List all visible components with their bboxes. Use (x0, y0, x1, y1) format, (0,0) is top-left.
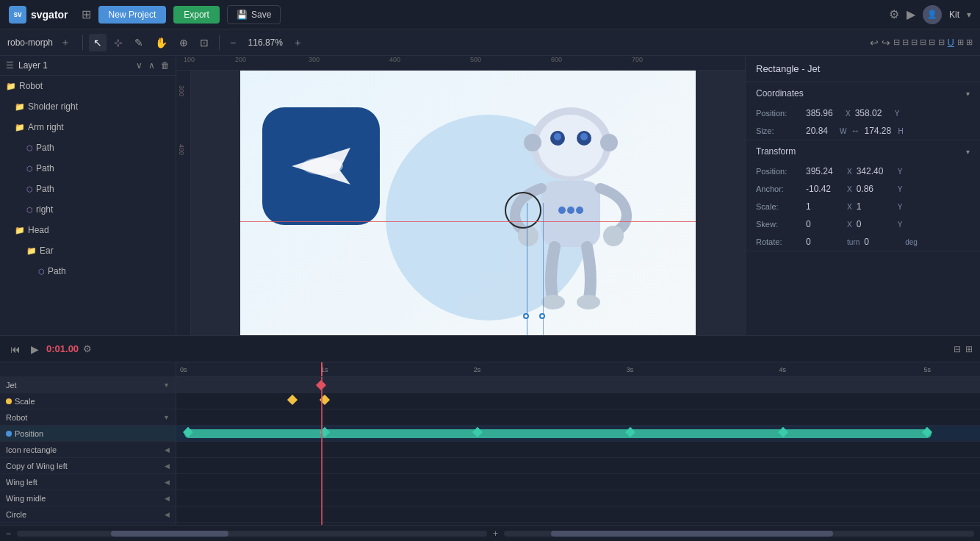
position-row: Position: 385.96 X 358.02 Y (746, 104, 980, 122)
track-scale-label: Scale (15, 397, 35, 406)
link-icon[interactable]: ↔ (851, 126, 860, 136)
layer1-label: Layer 1 (18, 60, 48, 71)
tl-zoom-out[interactable]: − (6, 529, 11, 539)
track-label-scale[interactable]: Scale (0, 393, 176, 409)
ruler-4s: 4s (779, 366, 787, 373)
folder-icon: 📁 (15, 226, 25, 235)
pen-tool[interactable]: ✎ (130, 34, 148, 51)
hand-tool[interactable]: ✋ (151, 34, 172, 51)
layer-item[interactable]: ⬡ Path (0, 158, 176, 179)
zoom-out-button[interactable]: − (226, 35, 240, 50)
rotate-unit1: turn (847, 238, 860, 246)
underline-icon[interactable]: U (948, 37, 954, 48)
expand-icon[interactable]: ∧ (148, 60, 155, 71)
anchor-y: 0.86 (857, 184, 893, 194)
layer-item[interactable]: 📁 Arm right (0, 117, 176, 137)
ruler-mark: 700 (632, 56, 643, 63)
settings-icon[interactable]: ⚙ (889, 7, 899, 21)
coordinates-header[interactable]: Coordinates ▾ (746, 82, 980, 104)
new-project-button[interactable]: New Project (98, 6, 167, 24)
coordinates-section: Coordinates ▾ Position: 385.96 X 358.02 … (746, 82, 980, 140)
chevron-down-icon[interactable]: ▾ (967, 10, 971, 20)
svg-point-14 (518, 226, 538, 246)
ruler-2s: 2s (474, 366, 481, 373)
size-label: Size: (756, 126, 800, 135)
canvas-viewport[interactable] (191, 71, 745, 335)
grid-icon[interactable]: ⊞ (82, 7, 91, 21)
svg-point-9 (600, 134, 618, 151)
timeline-settings-icon[interactable]: ⚙ (83, 343, 92, 354)
tl-zoom-in[interactable]: + (493, 529, 498, 539)
direct-select-tool[interactable]: ⊹ (109, 34, 127, 51)
delete-icon[interactable]: 🗑 (161, 60, 170, 71)
track-label-wing-left[interactable]: Wing left ◀ (0, 474, 176, 490)
control-point-2[interactable] (539, 313, 545, 319)
undo-button[interactable]: ↩ (870, 37, 879, 49)
layer-item[interactable]: ⬡ right (0, 199, 176, 220)
timeline-play-button[interactable]: ▶ (28, 342, 42, 357)
transform-position-label: Position: (756, 167, 800, 176)
rotate-unit2: deg (905, 238, 918, 246)
track-label-icon-rect[interactable]: Icon rectangle ◀ (0, 442, 176, 458)
scale-label: Scale: (756, 202, 800, 211)
layer-item[interactable]: ⬡ Path (0, 137, 176, 158)
transform-header[interactable]: Transform ▾ (746, 140, 980, 162)
position-dot (6, 431, 12, 437)
transform-title: Transform (756, 146, 796, 157)
layers-menu-icon[interactable]: ☰ (6, 60, 14, 71)
folder-icon: 📁 (15, 123, 25, 132)
redo-button[interactable]: ↪ (882, 37, 890, 49)
coordinates-toggle[interactable]: ▾ (966, 90, 970, 98)
svg-point-1 (302, 157, 343, 175)
pos-x-value: 385.96 (806, 108, 843, 118)
pos-x-label: X (846, 110, 851, 118)
track-label-jet[interactable]: Jet ▼ (0, 377, 176, 393)
layer-item[interactable]: 📁 Head (0, 220, 176, 240)
track-label-wing-mid[interactable]: Wing midle ◀ (0, 490, 176, 506)
play-preview-icon[interactable]: ▶ (907, 7, 915, 21)
track-label-robot[interactable]: Robot ▼ (0, 409, 176, 426)
layer-item[interactable]: ⬡ Path (0, 179, 176, 199)
timeline-labels: Jet ▼ Scale Robot ▼ Position Icon rectan… (0, 362, 176, 525)
zoom-in-button[interactable]: + (290, 35, 305, 50)
timeline-icon-2[interactable]: ⊞ (965, 344, 973, 354)
svg-point-16 (541, 295, 565, 309)
tl-scrollbar-thumb[interactable] (111, 531, 228, 537)
ruler-mark: 100 (184, 56, 195, 63)
tl-scrollbar-right[interactable] (504, 531, 974, 537)
layer-item[interactable]: 📁 Robot (0, 76, 176, 96)
layer-item[interactable]: ⬡ Path (0, 261, 176, 282)
add-layer-button[interactable]: ＋ (60, 36, 71, 49)
ruler-mark-v: 300 (178, 85, 185, 96)
track-row-scale (176, 393, 980, 409)
anchor-row: Anchor: -10.42 X 0.86 Y (746, 180, 980, 198)
layer-item[interactable]: 📁 Sholder right (0, 96, 176, 117)
transform-position-row: Position: 395.24 X 342.40 Y (746, 162, 980, 180)
zoom-tool[interactable]: ⊕ (175, 34, 192, 51)
control-point-1[interactable] (523, 313, 529, 319)
keyframe-scale-2[interactable] (320, 394, 330, 404)
grid-toggle[interactable]: ⊞ ⊞ (957, 37, 973, 47)
size-w-label: W (840, 127, 846, 135)
export-button[interactable]: Export (173, 6, 220, 24)
collapse-icon[interactable]: ∨ (136, 60, 143, 71)
track-label-copy-wing[interactable]: Copy of Wing left ◀ (0, 458, 176, 474)
logo: sv svgator (9, 6, 68, 24)
transform-toggle[interactable]: ▾ (966, 148, 970, 156)
track-label-circle[interactable]: Circle ◀ (0, 506, 176, 523)
save-button[interactable]: 💾 Save (227, 5, 281, 24)
track-wing-left-label: Wing left (6, 478, 37, 487)
track-copy-wing-label: Copy of Wing left (6, 462, 68, 470)
timeline-start-button[interactable]: ⏮ (7, 342, 24, 357)
keyframe-scale-1[interactable] (287, 394, 298, 404)
timeline-icon-1[interactable]: ⊟ (954, 344, 961, 354)
anchor-x: -10.42 (806, 184, 843, 194)
scale-y: 1 (857, 201, 893, 212)
tl-scrollbar[interactable] (17, 531, 487, 537)
crop-tool[interactable]: ⊡ (195, 34, 213, 51)
scale-y-label: Y (898, 203, 903, 211)
track-label-position[interactable]: Position (0, 426, 176, 442)
layer-item[interactable]: 📁 Ear (0, 240, 176, 261)
select-tool[interactable]: ↖ (89, 34, 107, 51)
tl-scrollbar-right-thumb[interactable] (551, 531, 833, 537)
